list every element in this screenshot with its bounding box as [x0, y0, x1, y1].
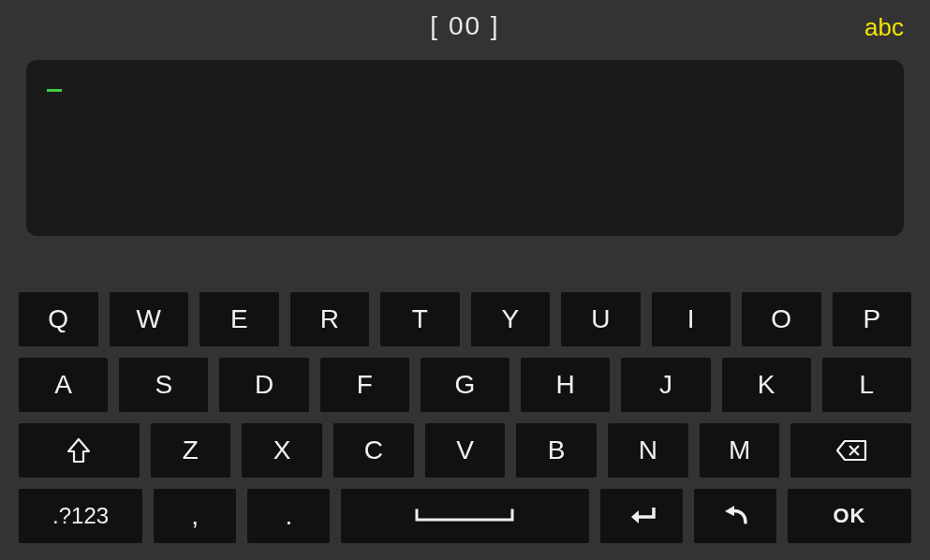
- key-t[interactable]: T: [380, 292, 460, 346]
- keyboard-row-4: .?123 , . OK: [19, 489, 911, 543]
- key-u[interactable]: U: [561, 292, 641, 346]
- key-g[interactable]: G: [421, 358, 509, 412]
- input-mode-toggle[interactable]: abc: [864, 13, 904, 42]
- key-o[interactable]: O: [742, 292, 821, 346]
- key-c[interactable]: C: [333, 423, 414, 478]
- key-d[interactable]: D: [219, 358, 308, 412]
- key-y[interactable]: Y: [471, 292, 551, 346]
- key-backspace[interactable]: [790, 423, 911, 478]
- key-r[interactable]: R: [290, 292, 370, 346]
- key-v[interactable]: V: [425, 423, 506, 478]
- key-x[interactable]: X: [242, 423, 322, 478]
- keyboard: Q W E R T Y U I O P A S D F G H J K L Z …: [0, 281, 930, 560]
- key-k[interactable]: K: [722, 358, 811, 412]
- key-h[interactable]: H: [521, 358, 610, 412]
- shift-icon: [66, 437, 91, 464]
- enter-icon: [626, 505, 657, 527]
- text-cursor: [47, 89, 62, 92]
- key-ok[interactable]: OK: [788, 489, 911, 543]
- key-shift[interactable]: [19, 423, 140, 478]
- keyboard-row-1: Q W E R T Y U I O P: [19, 292, 911, 346]
- key-p[interactable]: P: [833, 292, 912, 346]
- key-j[interactable]: J: [621, 358, 710, 412]
- key-enter[interactable]: [600, 489, 683, 543]
- key-l[interactable]: L: [822, 358, 911, 412]
- key-m[interactable]: M: [700, 423, 780, 478]
- key-n[interactable]: N: [608, 423, 688, 478]
- space-icon: [413, 507, 516, 525]
- key-z[interactable]: Z: [151, 423, 231, 478]
- backspace-icon: [835, 439, 867, 462]
- key-undo[interactable]: [694, 489, 776, 543]
- key-f[interactable]: F: [320, 358, 409, 412]
- key-q[interactable]: Q: [19, 292, 98, 346]
- key-a[interactable]: A: [19, 358, 108, 412]
- key-e[interactable]: E: [199, 292, 279, 346]
- key-comma[interactable]: ,: [154, 489, 236, 543]
- key-w[interactable]: W: [110, 292, 189, 346]
- undo-icon: [721, 504, 749, 528]
- text-input-area[interactable]: [26, 60, 904, 236]
- keyboard-row-3: Z X C V B N M: [19, 423, 911, 478]
- key-s[interactable]: S: [119, 358, 208, 412]
- key-i[interactable]: I: [652, 292, 731, 346]
- keyboard-row-2: A S D F G H J K L: [19, 358, 911, 412]
- key-period[interactable]: .: [247, 489, 330, 543]
- key-b[interactable]: B: [516, 423, 597, 478]
- key-symbols[interactable]: .?123: [19, 489, 142, 543]
- char-counter: [ 00 ]: [430, 11, 499, 41]
- key-space[interactable]: [341, 489, 588, 543]
